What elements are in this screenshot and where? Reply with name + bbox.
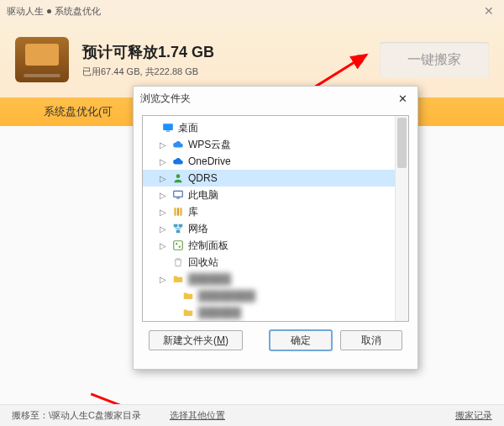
svg-rect-13: [174, 241, 183, 250]
titlebar-app-name: 驱动人生: [7, 5, 44, 18]
cancel-button[interactable]: 取消: [340, 330, 402, 350]
control-icon: [171, 239, 185, 252]
tree-node-onedrive[interactable]: ▷OneDrive: [143, 153, 408, 170]
main-window: 驱动人生 系统盘优化 ✕ 预计可释放1.74 GB 已用67.44 GB, 共2…: [0, 0, 504, 426]
tree-node-label: WPS云盘: [188, 138, 231, 152]
dialog-close-icon[interactable]: ✕: [395, 92, 411, 105]
dialog-title: 浏览文件夹: [140, 92, 191, 106]
folder-icon: [181, 289, 195, 302]
headline: 预计可释放1.74 GB: [82, 42, 349, 62]
svg-point-4: [176, 174, 181, 178]
svg-rect-12: [176, 230, 181, 234]
svg-rect-6: [176, 198, 180, 199]
folder-tree[interactable]: 桌面▷WPS云盘▷OneDrive▷QDRS▷此电脑▷库▷网络▷控制面板回收站▷…: [142, 115, 409, 322]
cloud-icon: [171, 138, 185, 151]
network-icon: [171, 222, 185, 235]
tree-node-label: QDRS: [188, 172, 218, 184]
svg-rect-3: [166, 131, 171, 132]
one-click-move-button[interactable]: 一键搬家: [380, 42, 489, 77]
browse-folder-dialog: 浏览文件夹 ✕ 桌面▷WPS云盘▷OneDrive▷QDRS▷此电脑▷库▷网络▷…: [133, 86, 418, 370]
close-icon[interactable]: ✕: [480, 4, 497, 18]
titlebar-separator-dot: [47, 9, 51, 13]
moveto-label: 搬移至：: [12, 409, 49, 422]
recycle-icon: [171, 255, 185, 269]
lib-icon: [171, 205, 185, 218]
pc-icon: [171, 188, 185, 202]
tree-node-label: OneDrive: [188, 155, 231, 167]
expander-icon[interactable]: ▷: [158, 275, 168, 284]
dialog-body: 桌面▷WPS云盘▷OneDrive▷QDRS▷此电脑▷库▷网络▷控制面板回收站▷…: [134, 110, 417, 369]
expander-icon[interactable]: ▷: [158, 191, 168, 200]
new-folder-button[interactable]: 新建文件夹(M): [149, 330, 243, 350]
tree-node-label: ██████: [198, 307, 241, 318]
svg-rect-7: [174, 208, 176, 215]
headline-value: 1.74 GB: [158, 44, 214, 60]
expander-icon[interactable]: ▷: [158, 140, 168, 150]
titlebar: 驱动人生 系统盘优化 ✕: [0, 0, 504, 22]
dialog-titlebar: 浏览文件夹 ✕: [134, 87, 417, 110]
tree-scrollbar[interactable]: [395, 116, 408, 321]
tree-node-label: 回收站: [188, 255, 218, 270]
desktop-icon: [161, 121, 175, 134]
headline-prefix: 预计可释放: [82, 44, 158, 60]
tree-node-recycle[interactable]: 回收站: [143, 254, 408, 271]
onedrive-icon: [171, 155, 185, 168]
tree-node-desktop[interactable]: 桌面: [143, 119, 408, 136]
drive-icon: [15, 37, 69, 82]
tree-node-label: 桌面: [178, 121, 198, 135]
tree-node-label: 此电脑: [188, 188, 218, 202]
expander-icon[interactable]: ▷: [158, 208, 168, 217]
optimize-bar-text: 系统盘优化(可: [44, 104, 113, 119]
folder-icon: [171, 272, 185, 286]
svg-rect-11: [179, 224, 183, 228]
new-folder-label-post: ): [225, 334, 228, 346]
svg-point-15: [179, 246, 181, 248]
expander-icon[interactable]: ▷: [158, 174, 168, 183]
tree-node-blur2[interactable]: ████████: [143, 287, 408, 304]
tree-node-wpscloud[interactable]: ▷WPS云盘: [143, 136, 408, 153]
scrollbar-thumb[interactable]: [397, 118, 407, 168]
expander-icon[interactable]: ▷: [158, 157, 168, 166]
tree-node-thispc[interactable]: ▷此电脑: [143, 187, 408, 203]
tree-node-label: 库: [188, 205, 198, 219]
svg-rect-5: [174, 191, 183, 197]
tree-node-qdrs[interactable]: ▷QDRS: [143, 170, 408, 187]
expander-icon[interactable]: ▷: [158, 224, 168, 234]
tree-node-blur1[interactable]: ▷██████: [143, 271, 408, 287]
svg-rect-10: [174, 224, 178, 228]
tree-node-label: 控制面板: [188, 239, 228, 253]
tree-node-blur3[interactable]: ██████: [143, 304, 408, 321]
new-folder-hotkey: M: [217, 334, 225, 346]
svg-rect-2: [163, 124, 173, 130]
new-folder-label-pre: 新建文件夹(: [163, 334, 217, 348]
dialog-button-row: 新建文件夹(M) 确定 取消: [142, 322, 409, 360]
svg-rect-8: [177, 208, 179, 215]
tree-node-control[interactable]: ▷控制面板: [143, 237, 408, 254]
tree-node-label: ██████: [188, 273, 231, 285]
expander-icon[interactable]: ▷: [158, 241, 168, 250]
moveto-path: \驱动人生C盘搬家目录: [49, 409, 141, 422]
tree-node-label: 网络: [188, 222, 208, 236]
user-icon: [171, 171, 185, 185]
folder-icon: [181, 306, 195, 319]
tree-node-label: ████████: [198, 290, 255, 302]
tree-node-libraries[interactable]: ▷库: [143, 203, 408, 220]
tree-node-network[interactable]: ▷网络: [143, 220, 408, 237]
footer: 搬移至： \驱动人生C盘搬家目录 选择其他位置 搬家记录: [0, 404, 504, 426]
titlebar-page-name: 系统盘优化: [55, 5, 101, 18]
choose-other-location-link[interactable]: 选择其他位置: [170, 409, 225, 422]
ok-button[interactable]: 确定: [270, 330, 332, 350]
move-history-link[interactable]: 搬家记录: [455, 409, 492, 422]
svg-point-14: [176, 243, 177, 245]
svg-rect-9: [180, 208, 181, 215]
